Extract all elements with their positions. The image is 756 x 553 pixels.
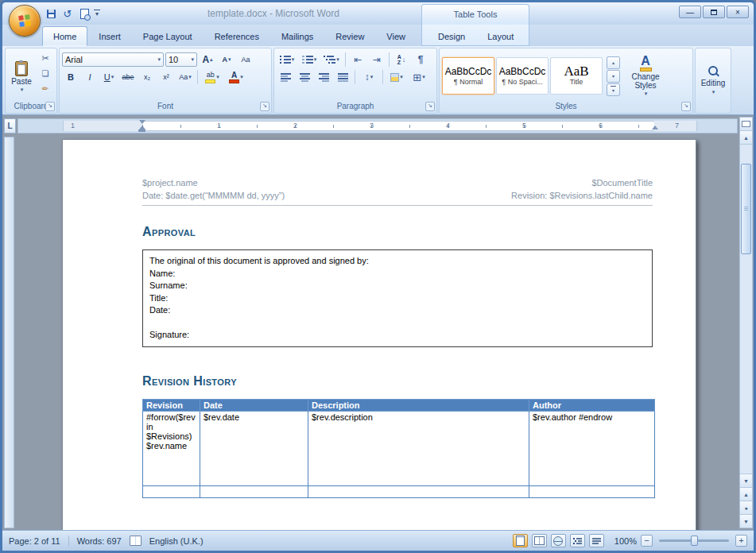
previous-page-button[interactable]: ▲ [740, 487, 752, 501]
table-cell-revision[interactable]: #forrow($rev in $Revisions) $rev.name [143, 411, 200, 485]
tab-mailings[interactable]: Mailings [270, 26, 324, 46]
tab-insert[interactable]: Insert [87, 26, 132, 46]
save-button[interactable] [44, 6, 58, 21]
tab-review[interactable]: Review [324, 26, 375, 46]
numbering-button[interactable]: ▾ [299, 51, 320, 68]
table-cell-empty[interactable] [143, 485, 200, 497]
styles-scroll-down-button[interactable]: ▾ [607, 70, 620, 83]
line-spacing-button[interactable]: ↕ ▾ [359, 68, 379, 86]
format-painter-button[interactable]: ✏ [37, 81, 54, 95]
shrink-font-button[interactable]: A ▾ [218, 51, 235, 68]
ruler-toggle-button[interactable] [740, 118, 752, 131]
table-cell-empty[interactable] [200, 485, 308, 497]
proofing-status-icon[interactable] [130, 536, 142, 546]
outline-view-button[interactable] [570, 534, 585, 547]
clear-formatting-button[interactable]: Aa [237, 51, 254, 68]
grow-font-button[interactable]: A ▴ [199, 51, 216, 68]
table-cell-date[interactable]: $rev.date [200, 411, 308, 485]
align-right-button[interactable] [315, 68, 332, 86]
next-page-button[interactable]: ▼ [740, 514, 752, 528]
print-preview-button[interactable] [77, 6, 91, 21]
approval-box[interactable]: The original of this document is approve… [142, 249, 653, 347]
scrollbar-thumb[interactable] [741, 164, 751, 254]
paragraph-dialog-launcher[interactable]: ↘ [425, 102, 435, 111]
change-case-button[interactable]: Aa ▾ [176, 68, 194, 86]
right-indent-marker[interactable] [652, 126, 658, 130]
scroll-up-button[interactable]: ▲ [740, 131, 752, 145]
align-center-button[interactable] [296, 68, 313, 86]
maximize-button[interactable] [703, 6, 725, 18]
font-size-combo[interactable]: 10 ▾ [165, 52, 197, 67]
table-cell-empty[interactable] [308, 485, 529, 497]
table-cell-author[interactable]: $rev.author #endrow [529, 411, 655, 485]
underline-button[interactable]: U ▾ [100, 68, 118, 86]
superscript-button[interactable]: x² [157, 68, 175, 86]
vertical-scrollbar[interactable]: ▲ ▼ ▲ ● ▼ [739, 117, 753, 528]
left-indent-marker[interactable] [138, 130, 145, 132]
horizontal-ruler[interactable]: 1 1 2 3 4 5 6 7 [17, 118, 738, 133]
word-count[interactable]: Words: 697 [77, 536, 122, 546]
tab-home[interactable]: Home [42, 26, 87, 46]
select-browse-object-button[interactable]: ● [740, 501, 752, 514]
scrollbar-track[interactable] [740, 145, 752, 474]
font-dialog-launcher[interactable]: ↘ [260, 102, 269, 111]
style-no-spacing[interactable]: AaBbCcDc ¶ No Spaci... [496, 57, 549, 95]
italic-button[interactable]: I [81, 68, 99, 86]
show-paragraph-marks-button[interactable]: ¶ [412, 51, 429, 68]
qat-customize-button[interactable]: ▾ [94, 10, 100, 17]
minimize-button[interactable]: — [679, 6, 701, 18]
tab-page-layout[interactable]: Page Layout [132, 26, 204, 46]
subscript-button[interactable]: x₂ [138, 68, 156, 86]
undo-button[interactable]: ↺ [60, 6, 75, 21]
justify-button[interactable] [334, 68, 351, 86]
zoom-out-button[interactable]: − [641, 535, 653, 547]
close-button[interactable]: × [727, 6, 749, 18]
table-cell-description[interactable]: $rev.description [308, 411, 529, 485]
office-button[interactable] [9, 5, 41, 37]
vertical-ruler[interactable] [4, 137, 14, 528]
bold-button[interactable]: B [62, 68, 79, 86]
borders-button[interactable]: ⊞ ▾ [409, 68, 429, 86]
increase-indent-button[interactable]: ⇥ [368, 51, 386, 68]
zoom-in-button[interactable]: + [735, 535, 747, 547]
align-left-button[interactable] [277, 68, 294, 86]
cut-button[interactable]: ✂ [37, 51, 54, 65]
shading-button[interactable]: ▾ [386, 68, 407, 86]
table-cell-empty[interactable] [529, 485, 655, 497]
scroll-down-button[interactable]: ▼ [740, 474, 752, 487]
draft-view-button[interactable] [589, 534, 604, 547]
font-color-button[interactable]: A ▾ [225, 68, 247, 86]
tab-design[interactable]: Design [427, 26, 476, 46]
styles-dialog-launcher[interactable]: ↘ [681, 102, 691, 111]
language-indicator[interactable]: English (U.K.) [149, 536, 204, 546]
style-normal[interactable]: AaBbCcDc ¶ Normal [442, 57, 494, 95]
multilevel-list-button[interactable]: ▾ [321, 51, 342, 68]
tab-layout[interactable]: Layout [476, 26, 525, 46]
style-title[interactable]: AaB Title [550, 57, 603, 95]
title-bar[interactable]: ↺ ▾ template.docx - Microsoft Word Table… [2, 2, 754, 25]
paste-button[interactable]: Paste ▾ [8, 51, 35, 101]
first-line-indent-marker[interactable] [139, 120, 145, 124]
bullets-button[interactable]: ▾ [277, 51, 297, 68]
tab-references[interactable]: References [204, 26, 270, 46]
copy-button[interactable]: ❏ [37, 66, 54, 80]
zoom-slider-thumb[interactable] [691, 536, 698, 546]
full-screen-reading-view-button[interactable] [532, 534, 547, 547]
tab-view[interactable]: View [375, 26, 417, 46]
change-styles-button[interactable]: A Change Styles ▾ [622, 54, 669, 98]
print-layout-view-button[interactable] [513, 534, 528, 547]
page-indicator[interactable]: Page: 2 of 11 [9, 536, 60, 546]
tab-stop-selector[interactable]: L [4, 118, 16, 133]
sort-button[interactable]: A Z ↓ [393, 51, 410, 68]
styles-scroll-up-button[interactable]: ▴ [607, 56, 620, 69]
highlight-color-button[interactable]: ab ▾ [201, 68, 223, 86]
styles-more-button[interactable]: ▾ [607, 83, 620, 96]
zoom-level[interactable]: 100% [614, 536, 637, 546]
decrease-indent-button[interactable]: ⇤ [349, 51, 366, 68]
document-page[interactable]: $project.name $DocumentTitle Date: $date… [62, 139, 696, 530]
strikethrough-button[interactable]: abe [119, 68, 137, 86]
font-name-combo[interactable]: Arial ▾ [62, 52, 164, 67]
clipboard-dialog-launcher[interactable]: ↘ [45, 102, 55, 111]
editing-button[interactable]: Editing ▾ [696, 48, 731, 113]
zoom-slider[interactable] [659, 539, 729, 542]
